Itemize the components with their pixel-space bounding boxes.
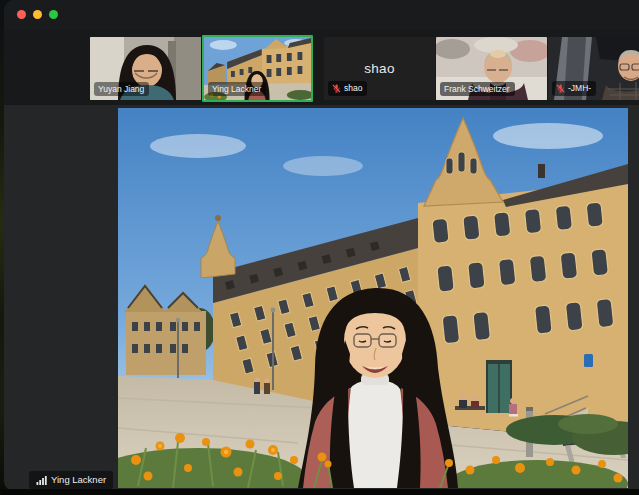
screen: Yuyan Jiang	[0, 0, 639, 495]
participant-name: Yuyan Jiang	[98, 85, 144, 94]
speaker-name: Ying Lackner	[51, 475, 106, 485]
participant-tile-jmh[interactable]: -JMH-	[548, 37, 639, 100]
mic-off-icon	[332, 84, 341, 93]
minimize-button[interactable]	[33, 10, 42, 19]
signal-bars-icon	[36, 475, 47, 485]
participant-name: -JMH-	[568, 84, 591, 93]
participant-tile-shao[interactable]: shao shao	[324, 37, 435, 100]
participant-name-label: Ying Lackner	[208, 82, 266, 97]
close-button[interactable]	[17, 10, 26, 19]
participant-tile-ying-lackner[interactable]: Ying Lackner	[202, 35, 313, 102]
participant-tile-yuyan-jiang[interactable]: Yuyan Jiang	[90, 37, 201, 100]
participant-name: Ying Lackner	[212, 85, 261, 94]
mic-off-icon	[556, 84, 565, 93]
fullscreen-button[interactable]	[49, 10, 58, 19]
zoom-meeting-window: Yuyan Jiang	[4, 0, 639, 491]
desktop-background-bottom	[0, 489, 639, 495]
participant-tile-frank-schweitzer[interactable]: Frank Schweitzer	[436, 37, 547, 100]
participant-name-label: -JMH-	[552, 81, 596, 96]
participant-name: Frank Schweitzer	[444, 85, 510, 94]
active-speaker-video[interactable]	[118, 108, 628, 488]
participant-name-label: Yuyan Jiang	[94, 82, 149, 97]
participant-name-label: shao	[328, 81, 367, 96]
speaker-name-label: Ying Lackner	[29, 471, 113, 489]
window-titlebar[interactable]	[4, 0, 639, 30]
virtual-background-scene	[118, 108, 628, 488]
participant-name: shao	[344, 84, 362, 93]
participant-name-label: Frank Schweitzer	[440, 82, 515, 97]
